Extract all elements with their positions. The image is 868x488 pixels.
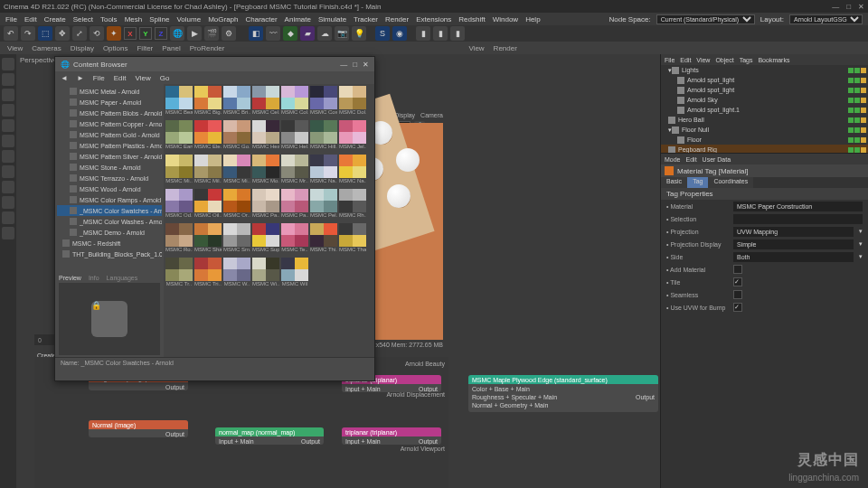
attr-checkbox[interactable] <box>733 277 742 286</box>
swatch-item[interactable]: MSMC Mi.. <box>223 155 250 187</box>
menu-animate[interactable]: Animate <box>285 15 311 23</box>
swatch-item[interactable]: MSMC Mi.. <box>165 155 193 187</box>
swatch-item[interactable]: MSMC Tr.. <box>165 258 193 290</box>
node-out-beauty[interactable]: Arnold Beauty <box>405 361 445 367</box>
swatch-item[interactable]: MSMC Ele.. <box>194 120 222 153</box>
spline-icon[interactable]: 〰 <box>266 26 280 41</box>
axis-mode-icon[interactable] <box>2 150 14 163</box>
ipv-toggle-icon[interactable]: S <box>375 26 390 41</box>
workplane-icon[interactable] <box>2 89 14 101</box>
browser-tree-item[interactable]: MSMC Terrazzo - Arnold <box>57 173 162 183</box>
select-tool-icon[interactable]: ⬚ <box>38 26 52 41</box>
swatch-item[interactable]: MSMC Or.. <box>223 189 250 221</box>
browser-back-icon[interactable]: ◄ <box>61 74 68 82</box>
swatch-item[interactable]: MSMC Mo.. <box>252 155 279 187</box>
soft-select-icon[interactable] <box>2 211 14 224</box>
swatch-item[interactable]: MSMC Pel.. <box>310 189 337 221</box>
object-row[interactable]: Arnold spot_light <box>661 85 868 95</box>
swatch-item[interactable]: MSMC Bri.. <box>223 86 250 118</box>
menu-tracker[interactable]: Tracker <box>354 15 378 23</box>
browser-tree-item[interactable]: MSMC Color Ramps - Arnold <box>57 194 162 205</box>
render-pv-icon[interactable]: 🎬 <box>204 26 219 41</box>
viewport-solo-icon[interactable] <box>2 165 14 178</box>
swatch-item[interactable]: MSMC Ro.. <box>165 223 193 256</box>
obj-menu-object[interactable]: Object <box>715 57 733 63</box>
vp2-menu-view[interactable]: View <box>468 44 484 52</box>
attr-tab-basic[interactable]: Basic <box>661 177 687 188</box>
obj-menu-tags[interactable]: Tags <box>740 57 753 63</box>
swatch-item[interactable]: MSMC Wil <box>281 258 308 290</box>
browser-tree-item[interactable]: MSMC Wood - Arnold <box>57 183 162 194</box>
menu-help[interactable]: Help <box>525 15 540 23</box>
browser-tree-item[interactable]: _MSMC Demo - Arnold <box>57 227 162 238</box>
swatch-item[interactable]: MSMC Pa.. <box>281 189 308 221</box>
coord-system-icon[interactable]: 🌐 <box>170 26 184 41</box>
object-row[interactable]: Arnold spot_light.1 <box>661 105 868 115</box>
attr-checkbox[interactable] <box>733 303 742 312</box>
deformer-icon[interactable]: ▰ <box>300 26 315 41</box>
swatch-item[interactable]: MSMC Te.. <box>281 223 308 256</box>
menu-simulate[interactable]: Simulate <box>318 15 346 23</box>
menu-file[interactable]: File <box>5 15 17 23</box>
texture-mode-icon[interactable] <box>2 73 14 86</box>
swatch-item[interactable]: MSMC Cel.. <box>252 86 279 118</box>
axis-z-toggle[interactable]: Z <box>155 27 167 40</box>
swatch-item[interactable]: MSMC Sup.. <box>252 223 279 256</box>
vp-menu-prorender[interactable]: ProRender <box>190 44 225 52</box>
vp-menu-filter[interactable]: Filter <box>137 44 153 52</box>
swatch-item[interactable]: MSMC Na.. <box>339 155 366 187</box>
maximize-icon[interactable]: □ <box>846 3 851 11</box>
swatch-item[interactable]: MSMC Hea.. <box>252 120 279 153</box>
attr-select[interactable]: Both <box>733 252 854 262</box>
ipv-region-icon[interactable]: ◉ <box>392 26 407 41</box>
minimize-icon[interactable]: — <box>832 3 839 11</box>
menu-tools[interactable]: Tools <box>100 15 118 23</box>
node-standard-surface[interactable]: MSMC Maple Plywood Edge (standard_surfac… <box>468 375 658 412</box>
environment-icon[interactable]: ☁ <box>317 26 332 41</box>
camera-icon[interactable]: 📷 <box>335 26 349 41</box>
browser-tree-item[interactable]: MSMC Pattern Gold - Arnold <box>57 129 162 140</box>
axis-x-toggle[interactable]: X <box>124 27 137 40</box>
menu-redshift[interactable]: Redshift <box>458 15 485 23</box>
swatch-item[interactable]: MSMC Bea.. <box>165 86 193 118</box>
close-icon[interactable]: ✕ <box>858 3 864 11</box>
swatch-item[interactable]: MSMC Wi.. <box>252 258 279 290</box>
browser-menu-file[interactable]: File <box>93 74 105 82</box>
vp-menu-options[interactable]: Options <box>103 44 128 52</box>
vp-menu-panel[interactable]: Panel <box>162 44 180 52</box>
attr-checkbox[interactable] <box>733 290 742 299</box>
model-mode-icon[interactable] <box>2 58 14 70</box>
browser-tree-item[interactable]: MSMC Paper - Arnold <box>57 97 162 108</box>
menu-extensions[interactable]: Extensions <box>416 15 451 23</box>
axis-y-toggle[interactable]: Y <box>139 27 152 40</box>
object-row[interactable]: ▾ Lights <box>661 65 868 75</box>
object-row[interactable]: Arnold Sky <box>661 95 868 105</box>
browser-titlebar[interactable]: 🌐 Content Browser — □ ✕ <box>55 57 374 71</box>
attr-tab-tag[interactable]: Tag <box>687 177 708 188</box>
object-row[interactable]: Hero Ball <box>661 115 868 125</box>
obj-menu-file[interactable]: File <box>665 57 675 63</box>
node-out-viewport[interactable]: Arnold Viewport <box>401 446 445 452</box>
swatch-item[interactable]: MSMC Hill.. <box>310 120 337 153</box>
move-tool-icon[interactable]: ✥ <box>55 26 70 41</box>
browser-menu-view[interactable]: View <box>136 74 151 82</box>
redo-icon[interactable]: ↷ <box>21 26 35 41</box>
bar2-icon[interactable]: ▮ <box>433 26 448 41</box>
obj-menu-edit[interactable]: Edit <box>680 57 691 63</box>
swatch-item[interactable]: MSMC Mil.. <box>194 155 222 187</box>
node-triplanar-2[interactable]: triplanar (triplanar) Input + MainOutput <box>342 427 441 445</box>
swatch-item[interactable]: MSMC Col.. <box>281 86 308 118</box>
browser-tree-item[interactable]: MSMC Pattern Copper - Arnold <box>57 118 162 129</box>
browser-tree-item[interactable]: MSMC Metal - Arnold <box>57 86 162 97</box>
menu-edit[interactable]: Edit <box>24 15 37 23</box>
menu-create[interactable]: Create <box>44 15 66 23</box>
browser-tree-item[interactable]: MSMC Pattern Blobs - Arnold <box>57 108 162 118</box>
node-out-disp[interactable]: Arnold Displacement <box>386 391 445 398</box>
menu-window[interactable]: Window <box>493 15 518 23</box>
poly-mode-icon[interactable] <box>2 135 14 147</box>
bar3-icon[interactable]: ▮ <box>450 26 465 41</box>
browser-tree-item[interactable]: MSMC Pattern Plastics - Arnold <box>57 140 162 151</box>
scale-tool-icon[interactable]: ⤢ <box>72 26 87 41</box>
object-row[interactable]: Pegboard Rig <box>661 145 868 154</box>
bar1-icon[interactable]: ▮ <box>416 26 430 41</box>
